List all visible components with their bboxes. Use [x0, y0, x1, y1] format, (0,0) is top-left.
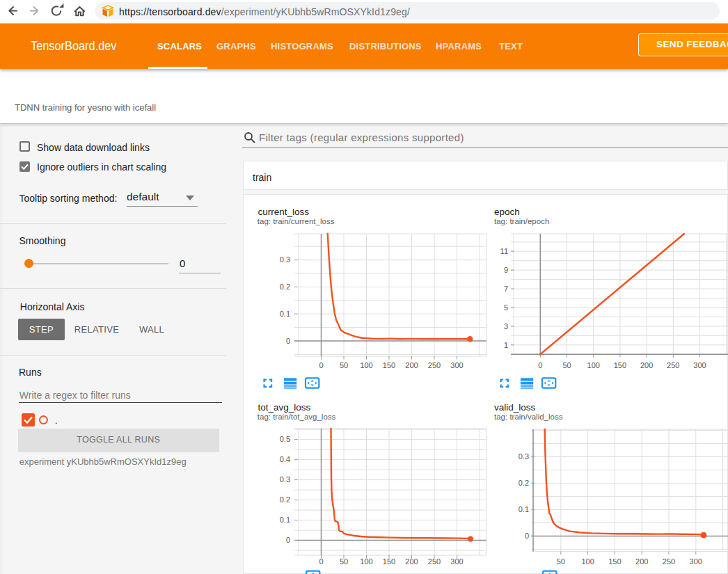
svg-text:300: 300 [450, 361, 463, 369]
svg-text:0.2: 0.2 [280, 282, 290, 291]
svg-text:0.5: 0.5 [280, 435, 290, 443]
svg-text:0.3: 0.3 [280, 475, 290, 484]
svg-text:0: 0 [525, 532, 529, 540]
svg-text:0: 0 [286, 337, 290, 345]
svg-text:200: 200 [635, 557, 648, 566]
svg-text:11: 11 [500, 247, 508, 255]
svg-text:150: 150 [614, 361, 626, 369]
svg-text:250: 250 [663, 557, 675, 566]
svg-text:0: 0 [319, 361, 323, 369]
svg-text:250: 250 [428, 361, 441, 369]
svg-text:200: 200 [405, 361, 418, 369]
svg-text:100: 100 [581, 557, 594, 566]
svg-text:0.1: 0.1 [519, 505, 529, 513]
svg-text:0.2: 0.2 [280, 495, 290, 504]
svg-text:50: 50 [340, 361, 348, 369]
svg-text:1: 1 [504, 341, 508, 349]
svg-text:0.1: 0.1 [280, 310, 290, 318]
svg-text:0: 0 [538, 361, 542, 369]
svg-text:50: 50 [557, 557, 565, 566]
svg-text:100: 100 [360, 361, 372, 369]
svg-text:0.3: 0.3 [280, 255, 290, 264]
svg-text:0.1: 0.1 [280, 516, 290, 524]
svg-text:0: 0 [286, 536, 290, 544]
svg-text:300: 300 [693, 361, 706, 369]
svg-text:100: 100 [587, 361, 600, 369]
svg-text:150: 150 [608, 557, 621, 566]
svg-text:0.3: 0.3 [519, 452, 529, 461]
svg-text:150: 150 [383, 361, 395, 369]
svg-text:3: 3 [504, 322, 508, 330]
svg-text:7: 7 [504, 285, 508, 293]
svg-text:5: 5 [504, 303, 508, 312]
svg-text:250: 250 [667, 361, 679, 369]
svg-text:50: 50 [562, 361, 571, 369]
svg-text:300: 300 [690, 557, 702, 566]
svg-text:0.4: 0.4 [280, 455, 290, 463]
svg-text:200: 200 [640, 361, 653, 369]
svg-text:9: 9 [504, 266, 508, 274]
svg-text:0.2: 0.2 [519, 479, 529, 487]
